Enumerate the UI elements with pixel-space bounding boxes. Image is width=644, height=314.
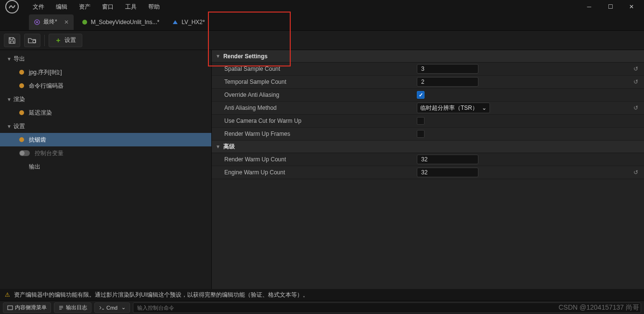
svg-point-4 — [33, 40, 36, 43]
level-icon — [172, 19, 179, 26]
menu-file[interactable]: 文件 — [27, 0, 50, 13]
save-icon — [8, 37, 16, 44]
prop-render-warmup: Render Warm Up Count — [212, 153, 644, 166]
window-controls: ─ ☐ ✕ — [579, 0, 642, 13]
svg-point-3 — [82, 20, 87, 25]
prop-aa-method: Anti Aliasing Method 临时超分辨率（TSR）⌄ ↺ — [212, 102, 644, 115]
details-panel: ▼Render Settings Spatial Sample Count ↺ … — [212, 50, 644, 314]
svg-point-2 — [36, 21, 38, 23]
settings-label: 设置 — [64, 36, 76, 44]
material-icon — [81, 19, 88, 26]
save-button[interactable] — [4, 34, 20, 47]
menu-asset[interactable]: 资产 — [73, 0, 96, 13]
toolbar: ＋ 设置 — [0, 31, 644, 50]
cmd-icon — [99, 305, 104, 311]
chevron-down-icon: ▼ — [216, 144, 220, 149]
separator — [44, 35, 45, 46]
output-log-button[interactable]: 输出日志 — [54, 302, 91, 313]
tree-item-jpg[interactable]: jpg.序列[8位] — [0, 65, 211, 79]
prop-override-aa: Override Anti Aliasing — [212, 89, 644, 102]
tab-level[interactable]: LV_HX2* — [167, 14, 209, 30]
tree-group-render[interactable]: ▼渲染 — [0, 92, 211, 106]
prop-camera-cut: Use Camera Cut for Warm Up — [212, 115, 644, 128]
warmup-frames-checkbox[interactable] — [417, 130, 425, 138]
chevron-down-icon: ▼ — [7, 56, 13, 62]
tree-item-consolevars[interactable]: 控制台变量 — [0, 146, 211, 160]
aa-method-dropdown[interactable]: 临时超分辨率（TSR）⌄ — [417, 103, 490, 113]
reset-icon[interactable]: ↺ — [633, 78, 638, 85]
tree-item-cmdenc[interactable]: 命令行编码器 — [0, 79, 211, 92]
drawer-icon — [7, 305, 13, 311]
browse-button[interactable] — [24, 34, 40, 47]
main-split: ▼导出 jpg.序列[8位] 命令行编码器 ▼渲染 延迟渲染 ▼设置 抗锯齿 控… — [0, 50, 644, 314]
chevron-down-icon: ⌄ — [121, 304, 126, 311]
log-icon — [58, 305, 64, 311]
preset-icon — [34, 19, 40, 26]
tree-item-antialias[interactable]: 抗锯齿 — [0, 133, 211, 146]
status-dot-icon — [19, 83, 24, 88]
plus-icon: ＋ — [55, 36, 62, 45]
override-aa-checkbox[interactable] — [417, 91, 425, 99]
prop-temporal-sample: Temporal Sample Count ↺ — [212, 76, 644, 89]
menu-tools[interactable]: 工具 — [119, 0, 142, 13]
menu-help[interactable]: 帮助 — [142, 0, 166, 13]
status-bar: 内容侧滑菜单 输出日志 Cmd ⌄ — [0, 301, 644, 314]
tab-material[interactable]: M_SobeyVideoUnlit_Ins...* — [77, 14, 165, 30]
tab-label: 最终* — [43, 18, 57, 26]
reset-icon[interactable]: ↺ — [633, 65, 638, 72]
prop-engine-warmup: Engine Warm Up Count ↺ — [212, 166, 644, 179]
tab-label: LV_HX2* — [181, 19, 205, 26]
chevron-down-icon: ▼ — [7, 124, 13, 129]
warning-bar: ⚠ 资产编辑器中的编辑功能有限。通过影片渲染队列UI编辑这个预设，以获得完整的编… — [0, 289, 644, 301]
section-advanced[interactable]: ▼高级 — [212, 141, 644, 153]
close-icon[interactable]: ✕ — [64, 19, 69, 26]
tab-label: M_SobeyVideoUnlit_Ins...* — [91, 19, 160, 26]
close-button[interactable]: ✕ — [621, 0, 642, 13]
reset-icon[interactable]: ↺ — [633, 105, 638, 111]
chevron-down-icon: ⌄ — [482, 105, 487, 111]
render-warmup-input[interactable] — [417, 155, 478, 164]
maximize-button[interactable]: ☐ — [600, 0, 621, 13]
app-logo — [2, 0, 22, 17]
prop-warmup-frames: Render Warm Up Frames — [212, 128, 644, 141]
warning-text: 资产编辑器中的编辑功能有限。通过影片渲染队列UI编辑这个预设，以获得完整的编辑功… — [14, 291, 309, 299]
tree-item-output[interactable]: 输出 — [0, 160, 211, 173]
cmd-selector[interactable]: Cmd ⌄ — [94, 302, 130, 313]
outliner-tree: ▼导出 jpg.序列[8位] 命令行编码器 ▼渲染 延迟渲染 ▼设置 抗锯齿 控… — [0, 50, 212, 314]
chevron-down-icon: ▼ — [216, 53, 220, 59]
console-input[interactable] — [133, 302, 641, 313]
chevron-down-icon: ▼ — [7, 97, 13, 102]
reset-icon[interactable]: ↺ — [633, 169, 638, 176]
content-drawer-button[interactable]: 内容侧滑菜单 — [3, 302, 51, 313]
add-setting-button[interactable]: ＋ 设置 — [49, 34, 82, 47]
menu-edit[interactable]: 编辑 — [50, 0, 73, 13]
status-dot-icon — [19, 110, 24, 115]
status-dot-icon — [19, 70, 24, 75]
prop-spatial-sample: Spatial Sample Count ↺ — [212, 63, 644, 76]
section-render-settings[interactable]: ▼Render Settings — [212, 50, 644, 63]
tab-bar: 最终* ✕ M_SobeyVideoUnlit_Ins...* LV_HX2* — [0, 13, 644, 31]
camera-cut-checkbox[interactable] — [417, 117, 425, 125]
folder-search-icon — [28, 37, 37, 44]
spatial-sample-input[interactable] — [417, 64, 478, 74]
menu-bar: 文件 编辑 资产 窗口 工具 帮助 ─ ☐ ✕ — [0, 0, 644, 13]
tree-group-export[interactable]: ▼导出 — [0, 52, 211, 65]
minimize-button[interactable]: ─ — [579, 0, 600, 13]
toggle-icon — [19, 150, 30, 156]
tree-group-settings[interactable]: ▼设置 — [0, 119, 211, 133]
menu-window[interactable]: 窗口 — [96, 0, 119, 13]
status-dot-icon — [19, 137, 24, 142]
tab-final[interactable]: 最终* ✕ — [29, 14, 74, 30]
temporal-sample-input[interactable] — [417, 77, 478, 87]
engine-warmup-input[interactable] — [417, 168, 478, 177]
tree-item-deferred[interactable]: 延迟渲染 — [0, 106, 211, 119]
warning-icon: ⚠ — [5, 291, 10, 298]
svg-rect-5 — [8, 306, 13, 310]
